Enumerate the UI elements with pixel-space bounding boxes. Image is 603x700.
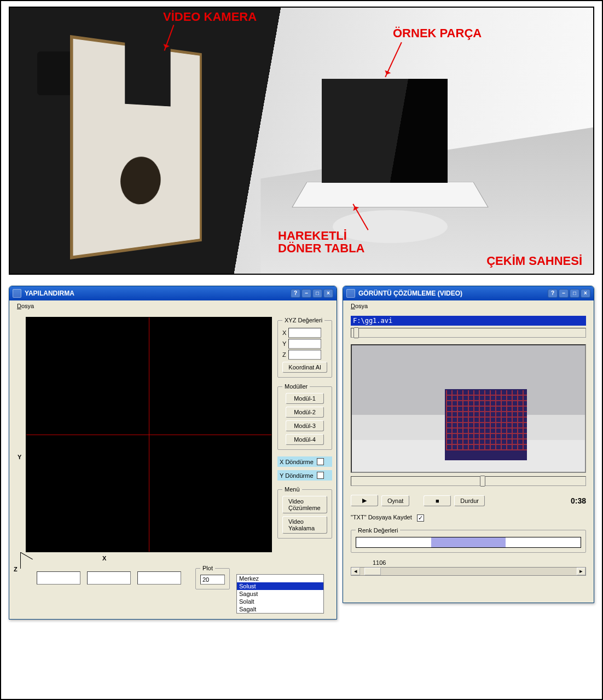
hscroll[interactable]: ◂ ▸ bbox=[351, 567, 586, 576]
close-button[interactable]: × bbox=[323, 289, 333, 298]
maximize-button[interactable]: □ bbox=[570, 289, 579, 298]
listbox-position[interactable]: MerkezSolustSagustSolaltSagalt bbox=[236, 574, 324, 614]
group-plot: Plot bbox=[195, 565, 230, 589]
lbl-xrot: X Döndürme bbox=[280, 459, 314, 465]
counter: 1106 bbox=[373, 559, 586, 566]
slider-top[interactable] bbox=[351, 328, 586, 338]
input-plot[interactable] bbox=[200, 575, 225, 585]
input-bottom-3[interactable] bbox=[137, 571, 181, 585]
chk-xrot[interactable] bbox=[317, 458, 324, 465]
chk-save-txt[interactable] bbox=[417, 514, 424, 522]
lbl-x: X bbox=[282, 329, 286, 336]
input-y[interactable] bbox=[288, 339, 321, 349]
titlebar-config[interactable]: YAPILANDIRMA ? – □ × bbox=[9, 286, 337, 300]
window-video: GÖRÜNTÜ ÇÖZÜMLEME (VIDEO) ? – □ × Dosya … bbox=[343, 286, 594, 603]
lbl-save-txt: "TXT" Dosyaya Kaydet bbox=[351, 514, 412, 520]
group-menu: Menü Video Çözümleme Video Yakalama bbox=[277, 486, 332, 539]
btn-module-2[interactable]: Modül-2 bbox=[286, 407, 324, 418]
legend-menu: Menü bbox=[282, 486, 302, 493]
axis-x: X bbox=[102, 555, 106, 562]
legend-color: Renk Değerleri bbox=[356, 527, 400, 534]
title-video: GÖRÜNTÜ ÇÖZÜMLEME (VIDEO) bbox=[358, 290, 462, 297]
minimize-button[interactable]: – bbox=[302, 289, 311, 298]
lbl-y: Y bbox=[282, 340, 286, 347]
scroll-right-icon[interactable]: ▸ bbox=[577, 568, 585, 575]
annot-sample: ÖRNEK PARÇA bbox=[393, 27, 482, 39]
btn-module-3[interactable]: Modül-3 bbox=[286, 420, 324, 431]
legend-xyz: XYZ Değerleri bbox=[282, 317, 324, 323]
input-x[interactable] bbox=[288, 328, 321, 338]
axis-z: Z bbox=[14, 566, 18, 572]
btn-video-capture[interactable]: Video Yakalama bbox=[282, 516, 327, 534]
input-bottom-2[interactable] bbox=[87, 571, 131, 585]
help-button[interactable]: ? bbox=[291, 289, 300, 298]
input-z[interactable] bbox=[288, 350, 321, 360]
row-xrot: X Döndürme bbox=[277, 456, 332, 467]
minimize-button[interactable]: – bbox=[559, 289, 569, 298]
window-config: YAPILANDIRMA ? – □ × Dosya Y X bbox=[9, 286, 337, 620]
btn-module-1[interactable]: Modül-1 bbox=[286, 393, 324, 404]
lbl-yrot: Y Döndürme bbox=[280, 472, 314, 479]
experiment-photo: VİDEO KAMERA ÖRNEK PARÇA HAREKETLİDÖNER … bbox=[9, 7, 594, 275]
app-icon bbox=[346, 289, 355, 298]
annot-scene: ÇEKİM SAHNESİ bbox=[486, 254, 582, 267]
list-item[interactable]: Solalt bbox=[237, 598, 323, 605]
video-preview bbox=[351, 344, 586, 473]
group-color: Renk Değerleri bbox=[351, 527, 586, 553]
legend-plot: Plot bbox=[200, 565, 215, 571]
row-yrot: Y Döndürme bbox=[277, 470, 332, 481]
legend-modules: Modüller bbox=[282, 383, 310, 390]
annot-camera: VİDEO KAMERA bbox=[163, 10, 257, 23]
list-item[interactable]: Sagalt bbox=[237, 605, 323, 613]
path-display: F:\gg1.avi bbox=[351, 316, 586, 326]
btn-video-analysis[interactable]: Video Çözümleme bbox=[282, 496, 327, 513]
lbl-z: Z bbox=[282, 351, 286, 358]
maximize-button[interactable]: □ bbox=[312, 289, 322, 298]
close-button[interactable]: × bbox=[581, 289, 590, 298]
titlebar-video[interactable]: GÖRÜNTÜ ÇÖZÜMLEME (VIDEO) ? – □ × bbox=[343, 286, 594, 300]
help-button[interactable]: ? bbox=[548, 289, 558, 298]
list-item[interactable]: Merkez bbox=[237, 575, 323, 582]
btn-coord[interactable]: Koordinat Al bbox=[282, 362, 327, 373]
btn-stop[interactable]: Durdur bbox=[454, 495, 485, 506]
annot-turntable: HAREKETLİDÖNER TABLA bbox=[278, 229, 364, 254]
app-icon bbox=[13, 289, 21, 298]
scroll-left-icon[interactable]: ◂ bbox=[351, 568, 360, 575]
chk-yrot[interactable] bbox=[317, 472, 324, 479]
list-item[interactable]: Sagust bbox=[237, 590, 323, 598]
input-bottom-1[interactable] bbox=[37, 571, 80, 585]
menu-file[interactable]: Dosya bbox=[14, 303, 37, 309]
plot-area[interactable] bbox=[26, 317, 272, 552]
list-item[interactable]: Solust bbox=[237, 582, 323, 590]
btn-module-4[interactable]: Modül-4 bbox=[286, 434, 324, 445]
color-bar bbox=[356, 537, 581, 548]
axis-y: Y bbox=[18, 454, 21, 460]
group-xyz: XYZ Değerleri X Y Z Koordinat Al bbox=[277, 317, 332, 378]
group-modules: Modüller Modül-1 Modül-2 Modül-3 Modül-4 bbox=[277, 383, 332, 450]
title-config: YAPILANDIRMA bbox=[25, 290, 74, 297]
btn-play[interactable]: Oynat bbox=[381, 495, 409, 506]
slider-progress[interactable] bbox=[351, 476, 586, 486]
menu-file[interactable]: Dosya bbox=[347, 303, 371, 309]
time-display: 0:38 bbox=[571, 496, 586, 505]
detection-overlay bbox=[446, 390, 527, 450]
play-icon-button[interactable]: ▶ bbox=[351, 495, 378, 506]
stop-icon-button[interactable]: ■ bbox=[424, 495, 451, 506]
